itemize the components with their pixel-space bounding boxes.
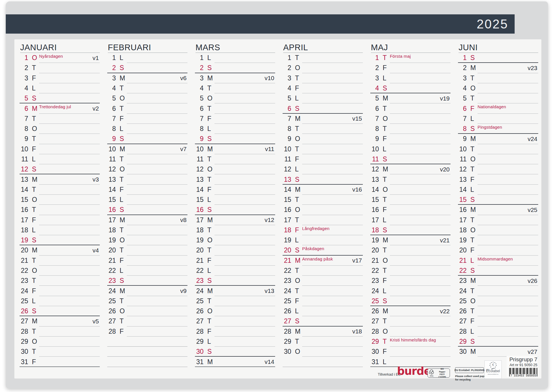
day-number: 26 (371, 307, 379, 315)
day-number: 16 (20, 206, 28, 214)
weekday-letter: F (120, 186, 124, 194)
weekday-letter: T (207, 105, 211, 113)
day-number: 27 (20, 317, 28, 325)
day-row: 7 F (195, 114, 275, 124)
day-row: 25 F (283, 296, 363, 306)
month-column: APRIL 1 T 2 O 3 T 4 F 5 L 6 S 7 M v15 8 … (283, 39, 363, 367)
weekday-letter: F (383, 348, 387, 356)
day-number: 18 (283, 226, 291, 234)
weekday-letter: O (470, 155, 476, 163)
weekday-letter: T (470, 145, 474, 153)
day-number: 8 (20, 125, 28, 133)
day-row: 3 M v6 (108, 73, 187, 83)
day-number: 3 (459, 74, 467, 82)
day-row: 30 S (195, 347, 275, 357)
day-row: 16 S (108, 205, 187, 215)
article-number: Art nr 91 5050 25 (507, 363, 537, 367)
weekday-letter: T (295, 196, 299, 204)
weekday-letter: T (32, 135, 36, 143)
weekday-letter: M (470, 135, 476, 143)
weekday-letter: O (470, 84, 476, 92)
day-row: 12 O (195, 164, 275, 174)
weekday-letter: S (295, 246, 299, 254)
month-column: MARS 1 L 2 S 3 M v10 4 T 5 O 6 T 7 F 8 L (195, 39, 275, 367)
weekday-letter: L (120, 267, 123, 275)
day-row: 29 O (20, 337, 100, 347)
day-number: 14 (371, 186, 379, 194)
day-number: 1 (459, 54, 467, 62)
day-number: 7 (459, 115, 467, 123)
weekday-letter: O (32, 267, 37, 275)
day-number: 11 (371, 155, 379, 163)
day-row: 17 L (371, 215, 451, 225)
day-number: 20 (195, 246, 204, 254)
day-number: 5 (20, 94, 28, 102)
day-number: 22 (371, 267, 379, 275)
weekday-letter: F (470, 176, 474, 184)
day-row: 15 L (108, 195, 187, 205)
day-number: 7 (371, 115, 379, 123)
day-row: 20 T (108, 245, 187, 255)
day-number: 22 (283, 267, 291, 275)
day-row: 11 F (283, 154, 363, 164)
day-row: 13 T (371, 174, 451, 184)
day-row: 20 M v4 (20, 245, 100, 255)
week-number: v5 (93, 318, 100, 325)
day-row: 4 L (20, 83, 100, 93)
day-row: 17 T (459, 215, 538, 225)
fsc-line1: MIX (440, 368, 444, 370)
weekday-letter: F (207, 115, 211, 123)
weekday-letter: F (295, 226, 299, 234)
day-row: 21 L Midsommardagen (459, 256, 538, 266)
day-row: 24 M v13 (195, 286, 275, 296)
day-number: 24 (195, 287, 204, 295)
day-number: 16 (195, 206, 204, 214)
day-row: 30 T (20, 347, 100, 357)
day-row: 28 L (459, 327, 538, 337)
weekday-letter: M (32, 176, 37, 184)
weekday-letter: S (295, 317, 299, 325)
price-group: Prisgrupp 7 (507, 356, 537, 363)
day-row: 3 T (459, 73, 538, 83)
day-number: 13 (195, 176, 204, 184)
day-number: 17 (20, 216, 28, 224)
day-row: 5 S (20, 93, 100, 103)
week-number: v18 (352, 328, 363, 335)
day-number: 12 (195, 165, 204, 173)
month-column: MAJ 1 T Första maj 2 F 3 L 4 S 5 M v19 6… (371, 39, 451, 367)
weekday-letter: F (295, 297, 299, 305)
day-row: 14 T (20, 185, 100, 195)
weekday-letter: T (207, 84, 211, 92)
day-number: 1 (20, 54, 28, 62)
day-row: 6 T (195, 103, 275, 113)
weekday-letter: O (207, 236, 212, 244)
day-number: 31 (20, 358, 28, 366)
day-row: 22 L (108, 266, 187, 276)
day-number: 13 (108, 176, 116, 184)
week-number: v17 (352, 257, 363, 264)
weekday-letter: M (295, 115, 300, 123)
weekday-letter: L (295, 236, 299, 244)
weekday-letter: S (207, 64, 212, 72)
day-number: 28 (371, 328, 379, 335)
day-number: 23 (108, 277, 116, 285)
day-number: 21 (283, 257, 291, 264)
weekday-letter: T (32, 348, 36, 356)
weekday-letter: M (295, 186, 300, 194)
weekday-letter: L (470, 328, 474, 335)
weekday-letter: T (295, 216, 299, 224)
month-column: FEBRUARI 1 L 2 S 3 M v6 4 T 5 O 6 T 7 F … (108, 39, 187, 367)
day-number: 10 (371, 145, 379, 153)
day-number: 5 (283, 94, 291, 102)
day-number: 13 (283, 176, 291, 184)
day-row: 21 T (20, 256, 100, 266)
day-row: 31 M v14 (195, 357, 275, 367)
day-number: 16 (459, 206, 467, 214)
weekday-letter: F (295, 155, 299, 163)
weekday-letter: O (470, 226, 476, 234)
day-number: 14 (283, 186, 291, 194)
day-number: 15 (20, 196, 28, 204)
day-number: 24 (283, 287, 291, 295)
day-number: 7 (108, 115, 116, 123)
day-number: 19 (459, 236, 467, 244)
